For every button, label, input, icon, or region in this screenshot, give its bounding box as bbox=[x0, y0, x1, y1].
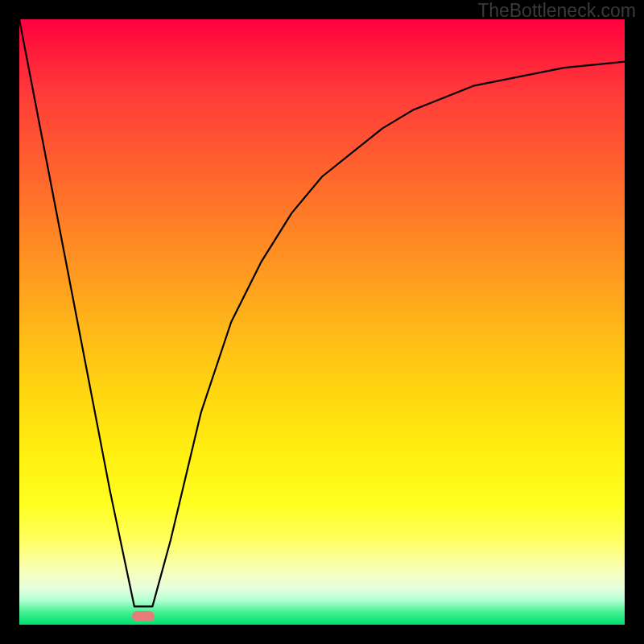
chart-frame: TheBottleneck.com bbox=[0, 0, 644, 644]
bottleneck-curve bbox=[19, 19, 625, 625]
plot-area bbox=[19, 19, 625, 625]
highlight-marker bbox=[132, 611, 155, 621]
watermark-text: TheBottleneck.com bbox=[477, 0, 636, 22]
